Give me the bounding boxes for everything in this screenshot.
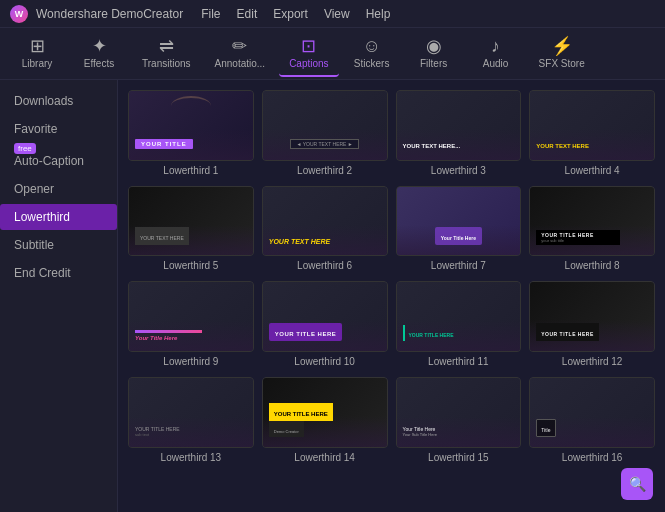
lt4-text: YOUR TEXT HERE <box>536 143 589 149</box>
lt14-label: Lowerthird 14 <box>262 452 388 465</box>
grid-item-lt11[interactable]: YOUR TITLE HERE Lowerthird 11 <box>396 281 522 369</box>
lt4-label: Lowerthird 4 <box>529 165 655 178</box>
lt15-sub: Your Sub Title Here <box>403 432 438 437</box>
lt14-sub: Demo Creator <box>269 421 304 437</box>
sidebar-item-downloads[interactable]: Downloads <box>0 88 117 114</box>
toolbar-effects[interactable]: ✦ Effects <box>70 31 128 77</box>
lt3-text: YOUR TEXT HERE... <box>403 143 461 149</box>
lt16-label: Lowerthird 16 <box>529 452 655 465</box>
annotations-icon: ✏ <box>232 37 247 55</box>
lt1-title-text: YOUR TITLE <box>135 139 193 149</box>
toolbar-effects-label: Effects <box>84 58 114 69</box>
lt10-text: YOUR TITLE HERE <box>269 323 343 341</box>
grid-item-lt13[interactable]: YOUR TITLE HERE sub text Lowerthird 13 <box>128 377 254 465</box>
sidebar-opener-label: Opener <box>14 182 54 196</box>
lt9-label: Lowerthird 9 <box>128 356 254 369</box>
lt6-text: YOUR TEXT HERE <box>269 238 330 245</box>
search-icon: 🔍 <box>629 476 646 492</box>
toolbar-filters[interactable]: ◉ Filters <box>405 31 463 77</box>
lt2-label: Lowerthird 2 <box>262 165 388 178</box>
grid-item-lt1[interactable]: YOUR TITLE Lowerthird 1 <box>128 90 254 178</box>
stickers-icon: ☺ <box>362 37 380 55</box>
toolbar-stickers-label: Stickers <box>354 58 390 69</box>
grid-item-lt7[interactable]: Your Title Here Lowerthird 7 <box>396 186 522 274</box>
grid-item-lt14[interactable]: YOUR TITLE HERE Demo Creator Lowerthird … <box>262 377 388 465</box>
grid-item-lt4[interactable]: YOUR TEXT HERE Lowerthird 4 <box>529 90 655 178</box>
sidebar-favorite-label: Favorite <box>14 122 57 136</box>
lt8-block: YOUR TITLE HERE your sub title <box>536 230 620 245</box>
lt12-label: Lowerthird 12 <box>529 356 655 369</box>
toolbar-stickers[interactable]: ☺ Stickers <box>343 31 401 77</box>
lt9-text: Your Title Here <box>135 335 177 341</box>
grid-item-lt6[interactable]: YOUR TEXT HERE Lowerthird 6 <box>262 186 388 274</box>
menu-file[interactable]: File <box>201 7 220 21</box>
toolbar: ⊞ Library ✦ Effects ⇌ Transitions ✏ Anno… <box>0 28 665 80</box>
grid-item-lt5[interactable]: YOUR TEXT HERE Lowerthird 5 <box>128 186 254 274</box>
toolbar-filters-label: Filters <box>420 58 447 69</box>
grid-item-lt8[interactable]: YOUR TITLE HERE your sub title Lowerthir… <box>529 186 655 274</box>
grid-item-lt16[interactable]: Title Lowerthird 16 <box>529 377 655 465</box>
filters-icon: ◉ <box>426 37 442 55</box>
sidebar-item-end-credit[interactable]: End Credit <box>0 260 117 286</box>
sidebar-subtitle-label: Subtitle <box>14 238 54 252</box>
lt11-text: YOUR TITLE HERE <box>403 325 458 341</box>
sidebar-item-subtitle[interactable]: Subtitle <box>0 232 117 258</box>
toolbar-annotations[interactable]: ✏ Annotatio... <box>205 31 276 77</box>
content-area: YOUR TITLE Lowerthird 1 ◄ YOUR TEXT HERE… <box>118 80 665 512</box>
lt7-label: Lowerthird 7 <box>396 260 522 273</box>
lt6-label: Lowerthird 6 <box>262 260 388 273</box>
grid-item-lt9[interactable]: Your Title Here Lowerthird 9 <box>128 281 254 369</box>
transitions-icon: ⇌ <box>159 37 174 55</box>
toolbar-transitions-label: Transitions <box>142 58 191 69</box>
grid-item-lt2[interactable]: ◄ YOUR TEXT HERE ► Lowerthird 2 <box>262 90 388 178</box>
toolbar-library[interactable]: ⊞ Library <box>8 31 66 77</box>
lt11-label: Lowerthird 11 <box>396 356 522 369</box>
sidebar-item-favorite[interactable]: Favorite <box>0 116 117 142</box>
grid-item-lt10[interactable]: YOUR TITLE HERE Lowerthird 10 <box>262 281 388 369</box>
menu-help[interactable]: Help <box>366 7 391 21</box>
menu-export[interactable]: Export <box>273 7 308 21</box>
toolbar-transitions[interactable]: ⇌ Transitions <box>132 31 201 77</box>
library-icon: ⊞ <box>30 37 45 55</box>
sidebar: Downloads Favorite free Auto-Caption Ope… <box>0 80 118 512</box>
lowerthird-grid: YOUR TITLE Lowerthird 1 ◄ YOUR TEXT HERE… <box>128 90 655 465</box>
lt8-label: Lowerthird 8 <box>529 260 655 273</box>
lt13-label: Lowerthird 13 <box>128 452 254 465</box>
menu-bar: File Edit Export View Help <box>201 7 390 21</box>
lt5-text: YOUR TEXT HERE <box>135 227 189 245</box>
lt15-label: Lowerthird 15 <box>396 452 522 465</box>
toolbar-library-label: Library <box>22 58 53 69</box>
toolbar-annotations-label: Annotatio... <box>215 58 266 69</box>
grid-item-lt15[interactable]: Your Title Here Your Sub Title Here Lowe… <box>396 377 522 465</box>
lt16-text: Title <box>536 419 555 437</box>
toolbar-captions[interactable]: ⊡ Captions <box>279 31 338 77</box>
sidebar-item-auto-caption[interactable]: free Auto-Caption <box>0 144 117 174</box>
menu-edit[interactable]: Edit <box>237 7 258 21</box>
effects-icon: ✦ <box>92 37 107 55</box>
app-logo: W <box>10 5 28 23</box>
grid-item-lt3[interactable]: YOUR TEXT HERE... Lowerthird 3 <box>396 90 522 178</box>
sidebar-item-opener[interactable]: Opener <box>0 176 117 202</box>
lt2-text: ◄ YOUR TEXT HERE ► <box>290 139 358 149</box>
lt3-label: Lowerthird 3 <box>396 165 522 178</box>
lt5-label: Lowerthird 5 <box>128 260 254 273</box>
captions-icon: ⊡ <box>301 37 316 55</box>
sidebar-item-lowerthird[interactable]: Lowerthird <box>0 204 117 230</box>
sfxstore-icon: ⚡ <box>551 37 573 55</box>
lt9-bar <box>135 330 202 333</box>
sidebar-auto-caption-label: Auto-Caption <box>14 154 84 168</box>
main-layout: Downloads Favorite free Auto-Caption Ope… <box>0 80 665 512</box>
toolbar-sfxstore[interactable]: ⚡ SFX Store <box>529 31 595 77</box>
menu-view[interactable]: View <box>324 7 350 21</box>
lt7-text: Your Title Here <box>435 227 482 245</box>
grid-item-lt12[interactable]: YOUR TITLE HERE Lowerthird 12 <box>529 281 655 369</box>
title-bar: W Wondershare DemoCreator File Edit Expo… <box>0 0 665 28</box>
lt10-label: Lowerthird 10 <box>262 356 388 369</box>
app-name: Wondershare DemoCreator <box>36 7 183 21</box>
toolbar-captions-label: Captions <box>289 58 328 69</box>
toolbar-audio[interactable]: ♪ Audio <box>467 31 525 77</box>
lt12-text: YOUR TITLE HERE <box>536 323 599 341</box>
search-button[interactable]: 🔍 <box>621 468 653 500</box>
sidebar-lowerthird-label: Lowerthird <box>14 210 70 224</box>
sidebar-downloads-label: Downloads <box>14 94 73 108</box>
